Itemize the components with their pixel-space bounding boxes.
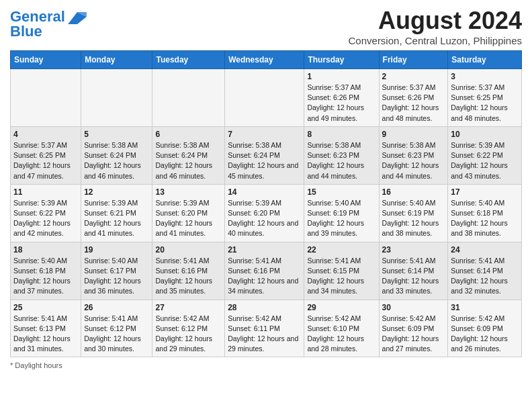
day-number: 19 [84, 245, 149, 255]
day-info: Sunrise: 5:40 AM Sunset: 6:18 PM Dayligh… [451, 198, 519, 239]
day-info: Sunrise: 5:38 AM Sunset: 6:24 PM Dayligh… [228, 140, 301, 181]
day-info: Sunrise: 5:41 AM Sunset: 6:13 PM Dayligh… [13, 314, 78, 355]
header: General Blue August 2024 Conversion, Cen… [10, 7, 522, 46]
calendar-day-cell: 7Sunrise: 5:38 AM Sunset: 6:24 PM Daylig… [225, 126, 304, 184]
calendar-day-cell: 17Sunrise: 5:40 AM Sunset: 6:18 PM Dayli… [448, 184, 522, 242]
calendar-week-row: 4Sunrise: 5:37 AM Sunset: 6:25 PM Daylig… [11, 126, 522, 184]
day-number: 29 [307, 303, 375, 312]
calendar-day-cell [11, 69, 81, 127]
day-number: 6 [155, 130, 222, 139]
title-area: August 2024 Conversion, Central Luzon, P… [349, 7, 522, 46]
calendar-day-header: Sunday [11, 51, 81, 69]
logo-icon [68, 12, 87, 24]
calendar-day-header: Friday [379, 51, 448, 69]
calendar-day-cell: 30Sunrise: 5:42 AM Sunset: 6:09 PM Dayli… [379, 300, 448, 357]
day-info: Sunrise: 5:41 AM Sunset: 6:14 PM Dayligh… [382, 256, 445, 297]
calendar-day-cell: 18Sunrise: 5:40 AM Sunset: 6:18 PM Dayli… [11, 242, 81, 300]
day-info: Sunrise: 5:42 AM Sunset: 6:09 PM Dayligh… [382, 314, 445, 355]
day-info: Sunrise: 5:41 AM Sunset: 6:15 PM Dayligh… [307, 256, 375, 297]
calendar-body: 1Sunrise: 5:37 AM Sunset: 6:26 PM Daylig… [11, 69, 522, 357]
day-number: 31 [451, 303, 519, 312]
day-info: Sunrise: 5:38 AM Sunset: 6:23 PM Dayligh… [382, 140, 445, 181]
day-number: 18 [13, 245, 78, 255]
calendar-day-cell: 6Sunrise: 5:38 AM Sunset: 6:24 PM Daylig… [152, 126, 225, 184]
calendar-day-cell: 1Sunrise: 5:37 AM Sunset: 6:26 PM Daylig… [304, 69, 379, 127]
day-number: 16 [382, 187, 445, 197]
calendar-day-cell: 11Sunrise: 5:39 AM Sunset: 6:22 PM Dayli… [11, 184, 81, 242]
day-number: 15 [307, 187, 375, 197]
daylight-hours-label: Daylight hours [15, 361, 62, 369]
day-number: 22 [307, 245, 375, 255]
calendar-day-cell: 9Sunrise: 5:38 AM Sunset: 6:23 PM Daylig… [379, 126, 448, 184]
calendar-day-cell: 10Sunrise: 5:39 AM Sunset: 6:22 PM Dayli… [448, 126, 522, 184]
day-number: 25 [13, 303, 78, 312]
day-info: Sunrise: 5:39 AM Sunset: 6:20 PM Dayligh… [155, 198, 222, 239]
calendar-day-cell: 23Sunrise: 5:41 AM Sunset: 6:14 PM Dayli… [379, 242, 448, 300]
calendar-day-cell [225, 69, 304, 127]
calendar-day-header: Wednesday [225, 51, 304, 69]
day-info: Sunrise: 5:42 AM Sunset: 6:11 PM Dayligh… [228, 314, 301, 355]
day-info: Sunrise: 5:40 AM Sunset: 6:19 PM Dayligh… [382, 198, 445, 239]
calendar-day-cell [152, 69, 225, 127]
footer-note: * Daylight hours [10, 361, 522, 369]
day-number: 9 [382, 130, 445, 139]
day-info: Sunrise: 5:38 AM Sunset: 6:24 PM Dayligh… [84, 140, 149, 181]
calendar-day-cell: 16Sunrise: 5:40 AM Sunset: 6:19 PM Dayli… [379, 184, 448, 242]
day-info: Sunrise: 5:41 AM Sunset: 6:14 PM Dayligh… [451, 256, 519, 297]
day-info: Sunrise: 5:38 AM Sunset: 6:24 PM Dayligh… [155, 140, 222, 181]
day-info: Sunrise: 5:37 AM Sunset: 6:25 PM Dayligh… [13, 140, 78, 181]
day-info: Sunrise: 5:40 AM Sunset: 6:19 PM Dayligh… [307, 198, 375, 239]
calendar-day-header: Monday [81, 51, 152, 69]
calendar-day-cell: 29Sunrise: 5:42 AM Sunset: 6:10 PM Dayli… [304, 300, 379, 357]
day-info: Sunrise: 5:39 AM Sunset: 6:21 PM Dayligh… [84, 198, 149, 239]
calendar-week-row: 18Sunrise: 5:40 AM Sunset: 6:18 PM Dayli… [11, 242, 522, 300]
calendar-day-cell: 22Sunrise: 5:41 AM Sunset: 6:15 PM Dayli… [304, 242, 379, 300]
day-number: 17 [451, 187, 519, 197]
day-info: Sunrise: 5:42 AM Sunset: 6:10 PM Dayligh… [307, 314, 375, 355]
calendar-week-row: 11Sunrise: 5:39 AM Sunset: 6:22 PM Dayli… [11, 184, 522, 242]
day-info: Sunrise: 5:42 AM Sunset: 6:09 PM Dayligh… [451, 314, 519, 355]
day-number: 24 [451, 245, 519, 255]
main-title: August 2024 [349, 7, 522, 35]
calendar-day-cell: 26Sunrise: 5:41 AM Sunset: 6:12 PM Dayli… [81, 300, 152, 357]
day-number: 14 [228, 187, 301, 197]
day-info: Sunrise: 5:40 AM Sunset: 6:17 PM Dayligh… [84, 256, 149, 297]
subtitle: Conversion, Central Luzon, Philippines [349, 35, 522, 46]
day-info: Sunrise: 5:41 AM Sunset: 6:16 PM Dayligh… [155, 256, 222, 297]
day-number: 5 [84, 130, 149, 139]
day-number: 20 [155, 245, 222, 255]
day-info: Sunrise: 5:39 AM Sunset: 6:22 PM Dayligh… [451, 140, 519, 181]
calendar-day-cell: 4Sunrise: 5:37 AM Sunset: 6:25 PM Daylig… [11, 126, 81, 184]
calendar-week-row: 1Sunrise: 5:37 AM Sunset: 6:26 PM Daylig… [11, 69, 522, 127]
calendar-day-cell: 2Sunrise: 5:37 AM Sunset: 6:26 PM Daylig… [379, 69, 448, 127]
calendar-day-cell: 12Sunrise: 5:39 AM Sunset: 6:21 PM Dayli… [81, 184, 152, 242]
calendar-day-header: Saturday [448, 51, 522, 69]
logo: General Blue [10, 9, 87, 39]
calendar-day-cell: 5Sunrise: 5:38 AM Sunset: 6:24 PM Daylig… [81, 126, 152, 184]
day-number: 2 [382, 72, 445, 81]
day-info: Sunrise: 5:39 AM Sunset: 6:22 PM Dayligh… [13, 198, 78, 239]
day-info: Sunrise: 5:37 AM Sunset: 6:26 PM Dayligh… [307, 83, 375, 124]
calendar-day-cell: 20Sunrise: 5:41 AM Sunset: 6:16 PM Dayli… [152, 242, 225, 300]
calendar-day-cell: 21Sunrise: 5:41 AM Sunset: 6:16 PM Dayli… [225, 242, 304, 300]
calendar-day-cell: 31Sunrise: 5:42 AM Sunset: 6:09 PM Dayli… [448, 300, 522, 357]
day-number: 23 [382, 245, 445, 255]
day-number: 12 [84, 187, 149, 197]
day-number: 28 [228, 303, 301, 312]
calendar-day-cell: 25Sunrise: 5:41 AM Sunset: 6:13 PM Dayli… [11, 300, 81, 357]
day-number: 21 [228, 245, 301, 255]
day-number: 4 [13, 130, 78, 139]
day-number: 27 [155, 303, 222, 312]
day-info: Sunrise: 5:41 AM Sunset: 6:16 PM Dayligh… [228, 256, 301, 297]
day-info: Sunrise: 5:37 AM Sunset: 6:26 PM Dayligh… [382, 83, 445, 124]
calendar-day-cell: 8Sunrise: 5:38 AM Sunset: 6:23 PM Daylig… [304, 126, 379, 184]
day-number: 30 [382, 303, 445, 312]
calendar-day-cell: 15Sunrise: 5:40 AM Sunset: 6:19 PM Dayli… [304, 184, 379, 242]
day-info: Sunrise: 5:41 AM Sunset: 6:12 PM Dayligh… [84, 314, 149, 355]
day-number: 26 [84, 303, 149, 312]
calendar-day-header: Tuesday [152, 51, 225, 69]
logo-text: General Blue [10, 9, 65, 39]
calendar-day-cell: 27Sunrise: 5:42 AM Sunset: 6:12 PM Dayli… [152, 300, 225, 357]
day-number: 1 [307, 72, 375, 81]
calendar-day-cell: 19Sunrise: 5:40 AM Sunset: 6:17 PM Dayli… [81, 242, 152, 300]
